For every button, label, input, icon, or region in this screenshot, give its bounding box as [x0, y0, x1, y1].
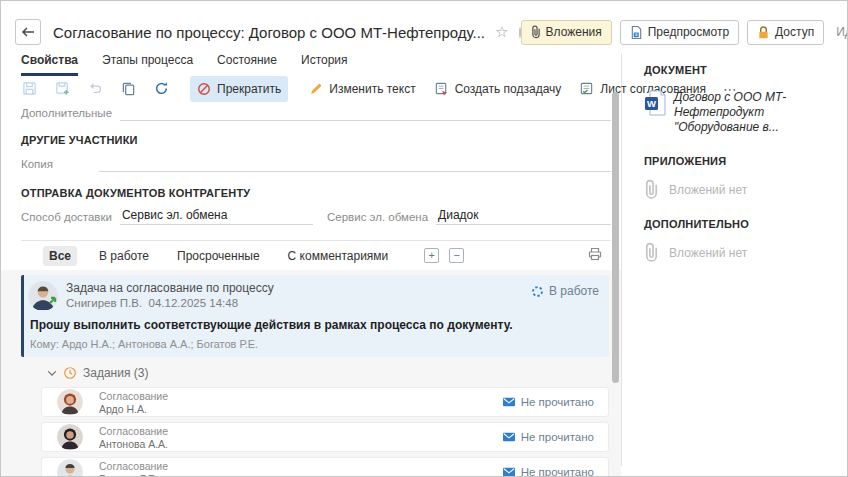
- assignment-assignee: Антонова А.А.: [99, 438, 168, 450]
- avatar-ardo: [57, 389, 83, 415]
- assignment-assignee: Ардо Н.А.: [99, 403, 168, 415]
- unread-mail-icon: [502, 396, 516, 408]
- refresh-button[interactable]: [147, 76, 176, 102]
- create-subtask-button[interactable]: Создать подзадачу: [427, 76, 569, 102]
- save-plus-icon: [55, 81, 70, 96]
- additional-field[interactable]: [120, 105, 611, 121]
- assignment-status-label: Не прочитано: [521, 431, 594, 443]
- preview-button[interactable]: a Предпросмотр: [620, 20, 739, 45]
- create-subtask-label: Создать подзадачу: [455, 82, 562, 96]
- additional-empty-row: Вложений нет: [644, 242, 831, 263]
- tab-properties[interactable]: Свойства: [21, 53, 78, 76]
- stop-task-button[interactable]: Прекратить: [190, 76, 288, 102]
- unread-mail-icon: [502, 431, 516, 443]
- in-progress-spinner-icon: [531, 285, 544, 298]
- task-date: 04.12.2025 14:48: [149, 297, 239, 309]
- undo-icon: [88, 81, 103, 96]
- paperclip-icon: [644, 242, 659, 263]
- copy-field[interactable]: [99, 156, 611, 172]
- attachments-empty-text: Вложений нет: [669, 183, 747, 197]
- edit-text-button[interactable]: Изменить текст: [302, 76, 422, 102]
- task-recipients: Кому: Ардо Н.А.; Антонова А.А.; Богатов …: [30, 338, 599, 350]
- copy-button[interactable]: [114, 76, 143, 102]
- filter-in-progress[interactable]: В работе: [93, 246, 155, 266]
- filter-overdue[interactable]: Просроченные: [171, 246, 266, 266]
- assignment-type: Согласование: [99, 460, 168, 472]
- additional-label: Дополнительные: [21, 107, 112, 121]
- collapse-all-button[interactable]: −: [449, 248, 464, 263]
- task-card[interactable]: Задача на согласование по процессу Сниги…: [21, 275, 609, 357]
- attachments-empty-row: Вложений нет: [644, 179, 831, 200]
- word-document-icon: W: [644, 90, 666, 116]
- assignments-group-label: Задания (3): [83, 366, 148, 380]
- exchange-service-field[interactable]: Диадок: [436, 208, 611, 225]
- tab-state[interactable]: Состояние: [217, 53, 277, 76]
- assignment-type: Согласование: [99, 390, 168, 402]
- filter-all[interactable]: Все: [43, 246, 77, 266]
- copy-label: Копия: [21, 158, 91, 172]
- assignment-assignee: Богатов Р.Е.: [99, 473, 168, 477]
- preview-button-label: Предпросмотр: [648, 25, 729, 39]
- chevron-down-icon: [47, 370, 57, 377]
- favorite-star-icon[interactable]: ☆: [495, 23, 508, 41]
- preview-icon: a: [630, 25, 643, 40]
- access-button[interactable]: Доступ: [747, 20, 824, 45]
- exchange-service-label: Сервис эл. обмена: [327, 211, 428, 225]
- toolbar: Прекратить Изменить текст Создать подзад…: [1, 75, 621, 102]
- main-panel: Прекратить Изменить текст Создать подзад…: [1, 75, 621, 470]
- task-status: В работе: [531, 281, 599, 298]
- sending-header: ОТПРАВКА ДОКУМЕНТОВ КОНТРАГЕНТУ: [21, 187, 611, 199]
- attachments-button[interactable]: Вложения: [521, 20, 612, 45]
- assignment-status: Не прочитано: [502, 466, 594, 477]
- lock-icon: [757, 25, 770, 40]
- task-status-label: В работе: [549, 284, 599, 298]
- save-and-new-button[interactable]: [48, 76, 77, 102]
- clock-icon: [63, 366, 77, 380]
- record-id: ИД: 4952: [836, 25, 848, 39]
- print-button[interactable]: [587, 246, 603, 266]
- filter-with-comments[interactable]: С комментариями: [282, 246, 395, 266]
- assignment-type: Согласование: [99, 425, 168, 437]
- save-icon: [22, 81, 37, 96]
- assignments-group-toggle[interactable]: Задания (3): [47, 366, 611, 380]
- paperclip-icon: [644, 179, 659, 200]
- printer-icon: [587, 246, 603, 262]
- task-author: Снигирев П.В.: [66, 297, 142, 309]
- additional-empty-text: Вложений нет: [669, 246, 747, 260]
- feed-filter-bar: Все В работе Просроченные С комментариям…: [1, 241, 621, 270]
- task-message: Прошу выполнить соответствующие действия…: [30, 318, 599, 332]
- avatar-antonova: [57, 424, 83, 450]
- assignment-status: Не прочитано: [502, 396, 594, 408]
- delivery-method-field[interactable]: Сервис эл. обмена: [120, 208, 313, 225]
- pencil-icon: [309, 82, 323, 96]
- attachments-sidebar: ДОКУМЕНТ W Договор с ООО МТ-Нефтепродукт…: [622, 53, 847, 476]
- main-scrollbar: [612, 92, 619, 461]
- assignment-status-label: Не прочитано: [521, 466, 594, 477]
- properties-form: Дополнительные ДРУГИЕ УЧАСТНИКИ Копия ОТ…: [1, 105, 621, 241]
- undo-button[interactable]: [81, 76, 110, 102]
- assignment-row[interactable]: Согласование Богатов Р.Е. Не прочитано: [41, 457, 609, 477]
- task-author-date: Снигирев П.В. 04.12.2025 14:48: [66, 297, 274, 309]
- scrollbar-thumb[interactable]: [612, 92, 619, 383]
- stop-task-label: Прекратить: [217, 82, 281, 96]
- back-button[interactable]: [15, 19, 41, 45]
- refresh-icon: [154, 81, 169, 96]
- tab-bar: Свойства Этапы процесса Состояние Истори…: [21, 53, 348, 76]
- expand-all-button[interactable]: +: [424, 248, 439, 263]
- paperclip-icon: [531, 25, 541, 39]
- document-section-header: ДОКУМЕНТ: [644, 64, 831, 76]
- document-link[interactable]: W Договор с ООО МТ-Нефтепродукт "Оборудо…: [644, 90, 831, 135]
- additional-section-header: ДОПОЛНИТЕЛЬНО: [644, 218, 831, 230]
- tab-history[interactable]: История: [301, 53, 348, 76]
- header-actions: Вложения a Предпросмотр Доступ ИД: 4952 …: [521, 20, 848, 45]
- task-feed: Задача на согласование по процессу Сниги…: [1, 270, 621, 476]
- assignment-row[interactable]: Согласование Ардо Н.А. Не прочитано: [41, 387, 609, 417]
- unread-mail-icon: [502, 466, 516, 477]
- assignment-row[interactable]: Согласование Антонова А.А. Не прочитано: [41, 422, 609, 452]
- other-participants-header: ДРУГИЕ УЧАСТНИКИ: [21, 134, 611, 146]
- subtask-icon: [434, 81, 449, 96]
- attachments-section-header: ПРИЛОЖЕНИЯ: [644, 155, 831, 167]
- tab-process-stages[interactable]: Этапы процесса: [102, 53, 193, 76]
- save-button[interactable]: [15, 76, 44, 102]
- arrow-left-icon: [21, 26, 35, 38]
